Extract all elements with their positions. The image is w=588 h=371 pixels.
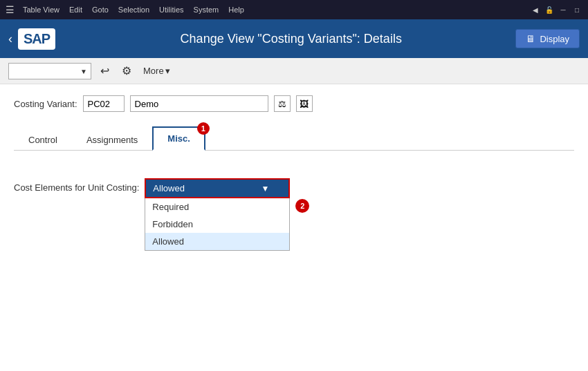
dropdown-selected[interactable]: Allowed ▼	[146, 180, 288, 197]
tab-misc-label: Misc.	[167, 133, 190, 144]
tab-assignments[interactable]: Assignments	[72, 129, 152, 151]
dropdown-option-allowed[interactable]: Allowed	[145, 233, 289, 250]
tab-control[interactable]: Control	[14, 129, 72, 151]
toolbar-select-wrapper: ▼	[8, 63, 91, 79]
nav-back-button[interactable]: ‹	[8, 32, 12, 46]
title-bar-left: ☰ Table View Edit Goto Selection Utiliti…	[6, 4, 248, 15]
undo-icon: ↩	[100, 64, 109, 77]
dropdown-row: Cost Elements for Unit Costing: Allowed …	[14, 178, 574, 213]
image-icon: 🖼	[300, 99, 309, 109]
toolbar: ▼ ↩ ⚙ More ▾	[0, 58, 588, 84]
costing-variant-form-row: Costing Variant: ⚖ 🖼	[14, 95, 574, 112]
step-badge-2: 2	[295, 199, 309, 213]
costing-variant-name-input[interactable]	[130, 95, 268, 112]
tab-misc[interactable]: Misc. 1	[152, 126, 205, 151]
tab-assignments-label: Assignments	[86, 135, 138, 145]
tab-control-label: Control	[28, 135, 57, 145]
menu-help[interactable]: Help	[224, 4, 248, 15]
sap-logo: SAP	[18, 28, 55, 50]
config-icon: ⚙	[122, 64, 131, 77]
tab-misc-badge: 1	[197, 122, 210, 135]
more-button[interactable]: More ▾	[140, 64, 173, 77]
toolbar-select[interactable]	[8, 63, 91, 79]
menu-utilities[interactable]: Utilities	[155, 4, 187, 15]
menu-bar: Table View Edit Goto Selection Utilities…	[19, 4, 248, 15]
maximize-icon[interactable]: □	[571, 4, 582, 15]
dropdown-container: Allowed ▼ Required Forbidden Allowed ↖	[145, 178, 290, 198]
config-button[interactable]: ⚙	[118, 62, 135, 79]
minimize-icon[interactable]: ─	[558, 4, 569, 15]
more-label: More	[143, 66, 164, 76]
cost-elements-label: Cost Elements for Unit Costing:	[14, 178, 139, 193]
sap-header: ‹ SAP Change View "Costing Variants": De…	[0, 19, 588, 58]
dropdown-arrow-icon: ▼	[261, 184, 269, 193]
dropdown-option-required[interactable]: Required	[145, 198, 289, 216]
more-chevron-icon: ▾	[165, 66, 170, 76]
menu-goto[interactable]: Goto	[88, 4, 113, 15]
display-button-label: Display	[540, 34, 569, 44]
dropdown-selected-label: Allowed	[153, 183, 185, 193]
menu-edit[interactable]: Edit	[65, 4, 86, 15]
dropdown-option-forbidden[interactable]: Forbidden	[145, 216, 289, 233]
costing-variant-label: Costing Variant:	[14, 99, 77, 109]
scale-icon-button[interactable]: ⚖	[274, 95, 291, 112]
tabs-row: Control Assignments Misc. 1	[14, 126, 574, 151]
title-bar: ☰ Table View Edit Goto Selection Utiliti…	[0, 0, 588, 19]
lock-icon[interactable]: 🔓	[544, 4, 555, 15]
scale-icon: ⚖	[278, 99, 286, 109]
costing-variant-code-input[interactable]	[83, 95, 125, 112]
undo-button[interactable]: ↩	[97, 62, 113, 79]
title-bar-right: ◀ 🔓 ─ □	[530, 4, 582, 15]
hamburger-icon[interactable]: ☰	[6, 4, 15, 15]
dropdown-options: Required Forbidden Allowed	[145, 198, 290, 251]
page-title: Change View "Costing Variants": Details	[66, 32, 515, 46]
dropdown-main: Allowed ▼ Required Forbidden Allowed	[145, 178, 290, 198]
menu-selection[interactable]: Selection	[114, 4, 154, 15]
image-icon-button[interactable]: 🖼	[296, 95, 313, 112]
menu-system[interactable]: System	[190, 4, 223, 15]
display-button-icon: 🖥	[526, 33, 535, 44]
content-area: Costing Variant: ⚖ 🖼 Control Assignments…	[0, 84, 588, 371]
display-button[interactable]: 🖥 Display	[515, 29, 580, 48]
back-nav-icon[interactable]: ◀	[530, 4, 541, 15]
menu-table-view[interactable]: Table View	[19, 4, 64, 15]
